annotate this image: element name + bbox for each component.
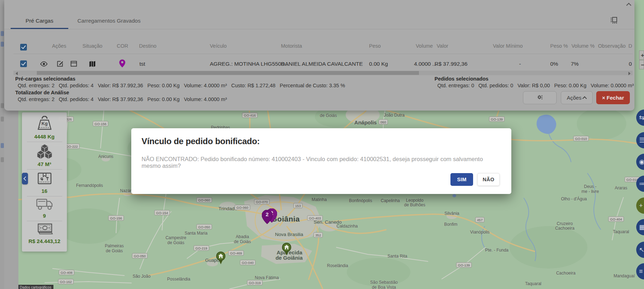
eye-toggle-fab-button[interactable]: ◉ <box>636 154 644 170</box>
settings-button[interactable] <box>523 91 557 104</box>
map-place-label: Mandaguaí <box>614 273 635 278</box>
map-place-label: Silvânia <box>444 211 459 216</box>
stat-value: R$ 24.443,12 <box>28 238 60 244</box>
eye-icon <box>40 60 48 68</box>
totals-side-panel: Kg4448 Kg47 M³169R$ 24.443,12 <box>22 112 67 252</box>
grid-fab-button[interactable]: ▦ <box>636 219 644 235</box>
add-fab-button[interactable]: + <box>636 197 644 214</box>
list-panel-fab-button[interactable]: ☰ <box>636 132 644 148</box>
panel-collapse-left-button[interactable] <box>22 173 28 184</box>
sim-button[interactable]: SIM <box>450 173 473 186</box>
map-place-label: de Goiás <box>320 113 337 118</box>
menu-lines-fab-button[interactable]: ≡ <box>636 263 644 279</box>
sidebar-icon-sliver <box>1 103 4 108</box>
map-place-label: Posselândia <box>167 277 190 282</box>
vinculo-bonificado-dialog: Vínculo de pedido bonificado: NÃO ENCONT… <box>131 128 511 194</box>
road-shield-label: GO-408 <box>59 270 74 275</box>
pre-cargas-selecionadas-title: Pré-cargas selecionadas <box>15 76 75 82</box>
map-place-label: me - livre <box>581 189 599 194</box>
weight-icon: Kg <box>36 116 53 133</box>
edit-row-button[interactable] <box>56 60 64 68</box>
pin-count-label: 2 <box>262 211 272 217</box>
cell-valor-minimo: - <box>519 61 521 67</box>
map-place-label: Santa Rita <box>387 254 407 259</box>
package-icon <box>37 171 52 187</box>
road-shield-label: 153 <box>293 203 303 208</box>
col-header-cor: COR <box>117 43 128 49</box>
map-place-label: Cachoeira <box>555 226 575 231</box>
cell-valor: R$ 37.992,36 <box>435 61 467 67</box>
road-shield-label: GO-162 <box>58 279 74 284</box>
pedidos-selecionados-title: Pedidos selecionados <box>435 76 488 82</box>
map-place-label: Matinha <box>312 197 327 202</box>
road-shield-label: 352 <box>314 232 323 238</box>
scrollbar-thumb[interactable] <box>37 71 419 75</box>
col-header-motorista: Motorista <box>281 43 302 49</box>
fechar-button[interactable]: × Fechar <box>596 91 630 104</box>
road-shield-label: GO-156 <box>108 216 124 221</box>
map-place-label: Caldazinha <box>337 224 358 229</box>
acoes-button[interactable]: Ações <box>561 91 593 104</box>
view-row-button[interactable] <box>40 60 48 68</box>
select-all-checkbox[interactable] <box>20 44 27 51</box>
filters-fab-button[interactable]: ≔ <box>636 176 644 192</box>
road-shield-label: GO-154 <box>154 210 170 216</box>
color-pin-icon <box>119 59 127 67</box>
tab-carregamentos-gravados[interactable]: Carregamentos Gravados <box>74 13 144 28</box>
archive-row-button[interactable] <box>70 60 77 68</box>
map-place-label: Bonfim <box>444 222 457 227</box>
dialog-title: Vínculo de pedido bonificado: <box>142 136 260 146</box>
road-shield-label: GO-403 <box>307 216 323 221</box>
divider <box>13 54 633 54</box>
sidebar-icon-sliver <box>1 31 4 36</box>
col-header-veiculo: Veículo <box>210 43 227 49</box>
col-header-d: D <box>628 43 632 49</box>
map-place-label: Palmeiras <box>105 243 123 248</box>
col-header-valor: Valor <box>437 43 448 49</box>
map-place-label: Nova Fátima <box>255 275 279 280</box>
map-place-label: Capelinha <box>381 198 400 203</box>
map-pin-cluster-1[interactable]: 2 <box>262 210 272 224</box>
map-place-label: Taquaral <box>613 229 629 234</box>
svg-text:Kg: Kg <box>41 121 47 126</box>
map-place-label: Nova Brasilia <box>275 232 303 237</box>
sidebar-icon-sliver <box>1 157 4 162</box>
screen: GoiâniaNova BrasiliaAparecidade GoiâniaS… <box>0 0 644 289</box>
pedidos-selecionados-line: Qtd. entregas: 0 Qtd. pedidos: 0 Valor: … <box>437 83 634 88</box>
road-shield-label: GO-156 <box>93 121 108 126</box>
scroll-left-icon[interactable] <box>16 72 18 75</box>
cell-volume: 4.0000 ... <box>414 61 437 67</box>
table-horizontal-scrollbar[interactable] <box>13 71 633 75</box>
sidebar-icon-sliver <box>1 42 4 47</box>
col-header-valor-minimo: Valor Mínimo <box>493 43 523 49</box>
show-on-map-button[interactable] <box>88 60 96 68</box>
panel-collapse-up-button[interactable] <box>627 4 631 7</box>
divider <box>4 29 634 29</box>
sidebar-icon-sliver <box>1 143 4 148</box>
col-header-peso-pct: Peso % <box>550 43 568 49</box>
map-place-label: Deus - <box>584 184 596 189</box>
tab-pre-cargas[interactable]: Pré Cargas <box>11 13 68 28</box>
road-shield-label: GO-060 <box>196 197 212 203</box>
cell-peso-pct: 0% <box>550 61 558 67</box>
column-settings-icon[interactable] <box>610 16 618 24</box>
share-arrow-fab-button[interactable]: ↖ <box>636 242 644 258</box>
scroll-right-icon[interactable] <box>628 72 631 75</box>
col-header-situacao: Situação <box>82 43 102 49</box>
list-panel-icon: ☰ <box>639 137 644 144</box>
road-shield-label: GO-219 <box>194 246 209 251</box>
map-place-label: Araras <box>615 185 627 190</box>
map-place-label: Leopoldo <box>406 198 423 203</box>
nao-button[interactable]: NÃO <box>477 173 500 186</box>
map-place-label: Abadia <box>236 234 249 239</box>
money-icon <box>36 223 53 237</box>
road-shield-label: GO-040 <box>240 260 255 265</box>
row-checkbox[interactable] <box>20 60 27 67</box>
chevron-left-icon <box>23 176 28 181</box>
stat-item: 9 <box>27 196 62 221</box>
stat-value: 4448 Kg <box>34 134 55 140</box>
swap-arrows-fab-button[interactable]: ⇆ <box>636 110 644 126</box>
map-place-label: São João <box>133 274 151 279</box>
road-shield-label: GO-050 <box>132 253 148 259</box>
chevron-up-icon <box>626 3 631 8</box>
